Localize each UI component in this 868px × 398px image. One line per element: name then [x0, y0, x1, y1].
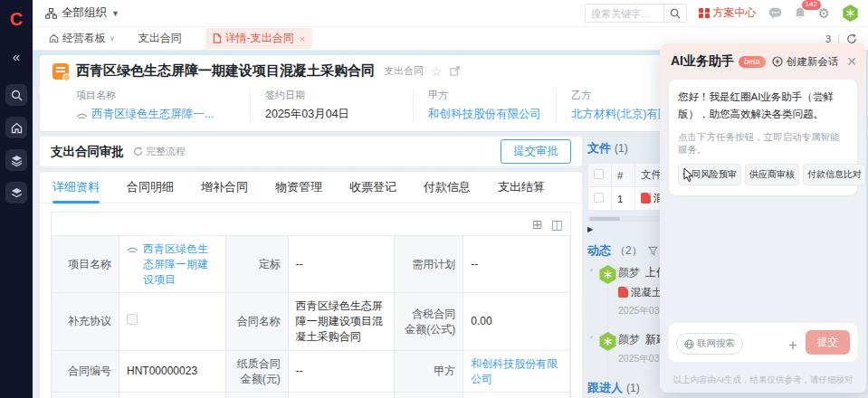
global-search — [585, 4, 687, 23]
tab-detail-info[interactable]: 详细资料 — [52, 172, 100, 204]
table-row: 项目名称 西青区绿色生态屏障一期建设项目 定标 -- 需用计划 -- — [52, 236, 570, 293]
solution-center-label: 方案中心 — [713, 5, 757, 21]
solution-center-link[interactable]: 方案中心 — [699, 5, 757, 21]
refresh-icon[interactable] — [846, 33, 857, 44]
new-session-button[interactable]: 创建新会话 — [772, 55, 839, 69]
web-search-toggle[interactable]: 联网搜索 — [676, 333, 743, 355]
file-checkbox[interactable] — [594, 193, 604, 203]
task-supplier-audit-button[interactable]: 供应商审核 — [745, 164, 799, 185]
files-horizontal-scrollbar[interactable] — [587, 216, 663, 222]
submit-approval-button[interactable]: 提交审批 — [501, 139, 571, 164]
party-a-link[interactable]: 和创科技股份有限公司 — [471, 357, 558, 385]
approval-title: 支出合同审批 — [51, 144, 124, 160]
tab-count: 3 — [825, 33, 831, 44]
select-all-checkbox[interactable] — [594, 169, 604, 179]
activity-user[interactable]: 颜梦 — [618, 333, 640, 346]
field-project-name: 项目名称 西青区绿色生态屏障一... — [52, 89, 250, 122]
files-count: (1) — [615, 142, 628, 155]
project-link[interactable]: 西青区绿色生态屏障一期建设项目 — [143, 242, 218, 287]
divider: | — [837, 33, 840, 44]
tab-expense-settlement[interactable]: 支出结算 — [498, 172, 545, 204]
field-party-a: 甲方 和创科技股份有限公司 — [413, 89, 556, 122]
full-flow-link[interactable]: 完整流程 — [133, 145, 186, 158]
collapse-sidebar-icon[interactable]: « — [13, 49, 20, 64]
pdf-icon — [641, 193, 651, 204]
activity-section-title: 动态 — [587, 242, 611, 259]
org-selector-label: 全部组织 — [62, 5, 107, 21]
star-icon[interactable]: ☆ — [431, 64, 443, 79]
detail-table: 项目名称 西青区绿色生态屏障一期建设项目 定标 -- 需用计划 -- — [52, 235, 570, 398]
detail-card: 详细资料 合同明细 增补合同 物资管理 收票登记 付款信息 支出结算 ⊞ ◫ — [40, 172, 582, 398]
activity-count: （2） — [615, 243, 643, 259]
party-a-link[interactable]: 和创科技股份有限公司 — [428, 107, 541, 122]
rail-search-button[interactable] — [5, 84, 27, 106]
project-name-link[interactable]: 西青区绿色生态屏障一... — [91, 107, 214, 122]
avatar — [598, 265, 617, 284]
detail-table-wrap: ⊞ ◫ 项目名称 西青区绿色生态屏障一期建设项目 定标 — [51, 212, 571, 398]
close-tab-icon[interactable]: × — [300, 33, 305, 44]
ai-panel-title: AI业务助手 — [671, 53, 734, 70]
org-selector[interactable]: 全部组织 ▼ — [45, 5, 119, 21]
tab-payment-info[interactable]: 付款信息 — [424, 172, 471, 204]
tab-invoice-register[interactable]: 收票登记 — [349, 172, 396, 204]
messages-button[interactable] — [768, 7, 782, 20]
file-icon — [213, 33, 222, 43]
ai-submit-button[interactable]: 提交 — [806, 330, 850, 355]
tab-expenditure-contracts-label: 支出合同 — [138, 31, 182, 46]
beta-badge: beta — [739, 56, 766, 68]
new-session-icon — [772, 56, 783, 67]
org-tree-icon — [45, 8, 57, 19]
layers-icon — [11, 187, 23, 199]
table-row: 合同编号 HNT00000023 纸质合同金额(元) -- 甲方 和创科技股份有… — [52, 350, 570, 393]
supplement-checkbox[interactable] — [127, 314, 138, 325]
table-row: 补充协议 合同名称 西青区绿色生态屏障一期建设项目混凝土采购合同 含税合同金额(… — [52, 293, 570, 350]
flow-icon — [133, 147, 143, 156]
pdf-icon — [618, 287, 628, 298]
chevron-down-icon: ∨ — [110, 34, 115, 43]
tab-dashboard-label: 经营看板 — [62, 31, 106, 46]
global-search-input[interactable] — [586, 5, 663, 22]
ai-disclaimer: 以上内容由AI生成，结果仅供参考，请仔细核对 — [660, 369, 866, 393]
tab-contract-items[interactable]: 合同明细 — [127, 172, 174, 204]
contract-type-tag: 支出合同 — [384, 64, 424, 78]
approval-card: 支出合同审批 完整流程 提交审批 — [40, 137, 582, 166]
rail-modules-button[interactable] — [5, 182, 27, 204]
table-view-icon[interactable]: ⊞ — [532, 217, 543, 232]
field-sign-date: 签约日期 2025年03月04日 — [250, 89, 413, 122]
search-icon — [11, 90, 23, 101]
rail-home-button[interactable] — [5, 117, 27, 138]
tab-contract-detail[interactable]: 详情-支出合同 × — [205, 28, 312, 49]
detail-tabs: 详细资料 合同明细 增补合同 物资管理 收票登记 付款信息 支出结算 — [40, 172, 582, 204]
task-contract-risk-button[interactable]: 合同风险预审 — [678, 164, 741, 185]
external-link-icon[interactable] — [450, 66, 460, 76]
tab-expenditure-contracts[interactable]: 支出合同 — [138, 31, 182, 46]
search-submit-button[interactable] — [663, 4, 686, 23]
comment-icon — [768, 7, 782, 20]
tab-dashboard[interactable]: 经营看板 ∨ — [49, 31, 115, 46]
grid-icon — [699, 8, 710, 19]
attach-plus-icon[interactable]: + — [788, 336, 797, 355]
ai-assistant-panel: AI业务助手 beta 创建新会话 ✕ 您好！我是红圈AI业务助手（尝鲜版），助… — [660, 43, 866, 393]
close-icon[interactable]: ✕ — [846, 54, 857, 69]
rail-apps-button[interactable] — [5, 149, 27, 171]
task-payment-compare-button[interactable]: 付款信息比对 — [803, 164, 866, 185]
chevron-down-icon: ▼ — [111, 9, 119, 18]
home-icon — [11, 122, 23, 134]
avatar — [598, 332, 617, 351]
project-icon — [127, 244, 138, 253]
activity-user[interactable]: 颜梦 — [618, 266, 640, 279]
top-bar: 全部组织 ▼ 方案中心 142 ⚙ — [33, 0, 868, 27]
tab-supplement-contract[interactable]: 增补合同 — [201, 172, 248, 204]
column-settings-icon[interactable]: ◫ — [551, 217, 563, 232]
table-row: 是否系统模板(系统) 是 乙方 北方材料(北京)有限公司廊坊分公司 签约日期 2… — [52, 393, 570, 398]
avatar[interactable] — [842, 5, 859, 22]
notifications-button[interactable]: 142 — [794, 6, 806, 20]
page-title: 西青区绿色生态屏障一期建设项目混凝土采购合同 — [76, 62, 375, 80]
ai-input-box[interactable]: 联网搜索 + 提交 — [669, 323, 857, 362]
globe-icon — [684, 339, 694, 349]
project-icon — [76, 110, 88, 119]
app-logo[interactable]: C — [10, 5, 23, 36]
left-rail: C « — [0, 0, 33, 398]
tab-material-mgmt[interactable]: 物资管理 — [275, 172, 322, 204]
filter-icon[interactable] — [648, 246, 658, 256]
